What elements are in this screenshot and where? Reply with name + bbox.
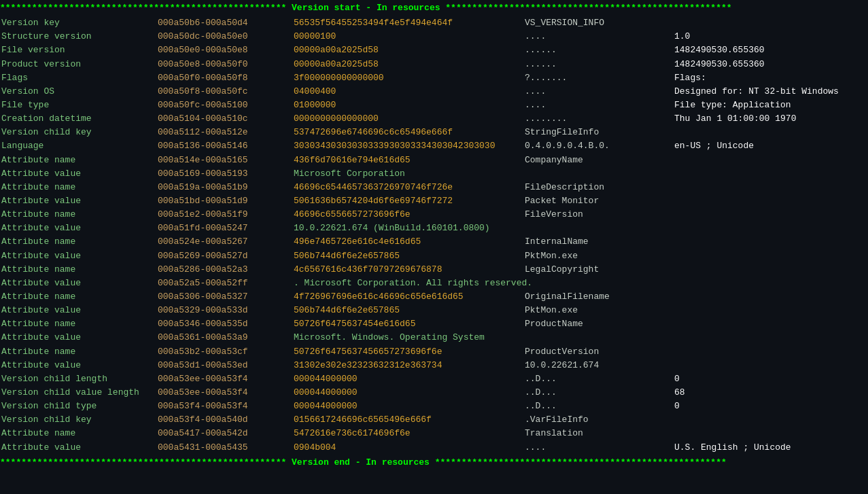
row-label: Attribute value [1,249,158,263]
table-row: Attribute name000a5417-000a542d5472616e7… [0,427,868,440]
row-decoded: PktMon.exe [525,304,674,317]
row-hex: 3f000000000000000 [294,71,525,85]
row-decoded: ...... [525,58,674,71]
row-label: Attribute value [1,441,158,455]
row-label: Attribute name [1,290,158,304]
row-address: 000a5104-000a510c [158,112,294,126]
table-row: Attribute name000a53b2-000a53cf50726f647… [0,345,868,359]
row-label: Version OS [1,85,158,99]
row-hex: Microsoft Corporation [294,167,525,181]
row-value: en-US ; Unicode [674,139,754,153]
row-hex: 00000a00a2025d58 [294,43,525,57]
row-value: Thu Jan 1 01:00:00 1970 [674,112,796,126]
row-hex: 0000000000000000 [294,112,525,126]
row-address: 000a51e2-000a51f9 [158,208,294,222]
row-hex: 50726f6475637454e616d65 [294,317,525,331]
row-address: 000a5361-000a53a9 [158,331,294,345]
row-value: File type: Application [674,99,791,112]
table-row: Version child key000a5112-000a512e537472… [0,126,868,139]
table-row: Attribute value000a52a5-000a52ff. Micros… [0,277,868,290]
row-hex: 4f726967696e616c46696c656e616d65 [294,290,525,304]
row-label: File version [1,43,158,57]
row-hex: 46696c6544657363726970746f726e [294,181,525,194]
row-decoded: ........ [525,112,674,126]
row-value: Flags: [674,71,706,85]
table-row: Attribute name000a524e-000a5267496e74657… [0,235,868,249]
row-address: 000a5269-000a527d [158,249,294,263]
row-address: 000a50dc-000a50e0 [158,30,294,43]
row-label: Attribute name [1,154,158,167]
row-label: Attribute name [1,181,158,194]
row-address: 000a5417-000a542d [158,427,294,440]
row-address: 000a50f0-000a50f8 [158,71,294,85]
table-row: Version child key000a53f4-000a540d015661… [0,413,868,427]
row-address: 000a53f4-000a53f4 [158,400,294,413]
row-decoded: ..D... [525,386,674,400]
table-row: Version key000a50b6-000a50d456535f564552… [0,16,868,30]
table-row: Product version000a50e8-000a50f000000a00… [0,58,868,71]
row-hex: . Microsoft Corporation. All rights rese… [294,277,532,290]
table-row: Attribute name000a5306-000a53274f7269676… [0,290,868,304]
row-decoded: .... [525,30,674,43]
row-hex: 00000100 [294,30,525,43]
row-hex: 04000400 [294,85,525,99]
row-decoded: CompanyName [525,154,674,167]
row-hex: 000044000000 [294,386,525,400]
row-address: 000a5112-000a512e [158,126,294,139]
row-address: 000a53d1-000a53ed [158,359,294,372]
row-decoded: ProductVersion [525,345,674,359]
row-label: Language [1,139,158,153]
row-address: 000a50fc-000a5100 [158,99,294,112]
table-row: Attribute value000a5361-000a53a9Microsof… [0,331,868,345]
row-address: 000a50f8-000a50fc [158,85,294,99]
row-label: Attribute value [1,304,158,317]
row-decoded: LegalCopyright [525,263,674,277]
row-value: Designed for: NT 32-bit Windows [674,85,839,99]
table-row: File type000a50fc-000a510001000000....Fi… [0,99,868,112]
row-address: 000a5136-000a5146 [158,139,294,153]
row-label: Attribute name [1,317,158,331]
row-label: Creation datetime [1,112,158,126]
row-hex: 0904b004 [294,441,525,455]
row-decoded: Packet Monitor [525,194,674,208]
row-label: Attribute name [1,345,158,359]
table-row: Attribute value000a5169-000a5193Microsof… [0,167,868,181]
row-hex: 0156617246696c6565496e666f [294,413,525,427]
row-label: Version child value length [1,386,158,400]
row-label: Attribute name [1,208,158,222]
row-decoded: ..D... [525,400,674,413]
row-hex: 01000000 [294,99,525,112]
row-hex: 000044000000 [294,372,525,386]
row-decoded: VS_VERSION_INFO [525,16,674,30]
row-hex: 56535f56455253494f4e5f494e464f [294,16,525,30]
row-address: 000a5329-000a533d [158,304,294,317]
table-row: Attribute name000a514e-000a5165436f6d706… [0,154,868,167]
row-label: Attribute name [1,263,158,277]
row-label: Version child key [1,126,158,139]
table-row: Version child length000a53ee-000a53f4000… [0,372,868,386]
row-decoded [525,222,674,235]
row-decoded [532,277,682,290]
row-decoded: 10.0.22621.674 [525,359,674,372]
version-end-footer: ****************************************… [0,455,868,471]
table-row: Flags000a50f0-000a50f83f000000000000000?… [0,71,868,85]
row-hex: 537472696e6746696c6c65496e666f [294,126,525,139]
row-label: Attribute value [1,277,158,290]
row-decoded: ...... [525,43,674,57]
row-address: 000a53ee-000a53f4 [158,372,294,386]
row-address: 000a50b6-000a50d4 [158,16,294,30]
row-label: Version child type [1,400,158,413]
table-row: Attribute name000a519a-000a51b946696c654… [0,181,868,194]
row-hex: 50726f6475637456657273696f6e [294,345,525,359]
table-row: Version child type000a53f4-000a53f400004… [0,400,868,413]
row-label: Attribute value [1,167,158,181]
row-address: 000a50e8-000a50f0 [158,58,294,71]
row-value: 68 [674,386,685,400]
row-address: 000a51fd-000a5247 [158,222,294,235]
row-label: Attribute value [1,194,158,208]
row-value: 0 [674,400,680,413]
row-decoded: FileDescription [525,181,674,194]
row-decoded: 0.4.0.9.0.4.B.0. [525,139,674,153]
table-row: Attribute name000a5286-000a52a34c6567616… [0,263,868,277]
table-row: Attribute value000a5329-000a533d506b744d… [0,304,868,317]
